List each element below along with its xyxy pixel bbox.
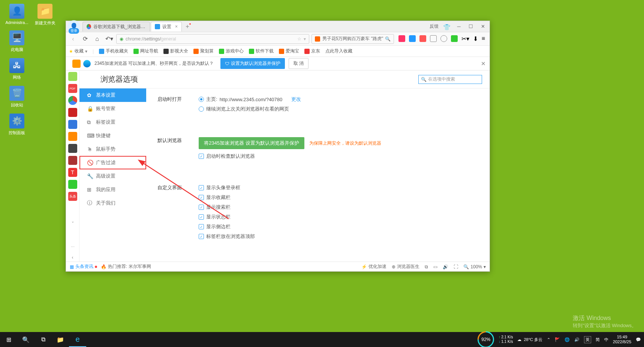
nav-adblock[interactable]: 🚫广告过滤 <box>79 156 146 169</box>
sb-zoom[interactable]: 🔍100%▾ <box>463 264 486 269</box>
new-tab-button[interactable]: + <box>183 22 192 31</box>
minimize-button[interactable]: ─ <box>454 22 464 31</box>
bookmarks-label[interactable]: ★收藏▾ <box>69 48 87 54</box>
nav-shortcuts[interactable]: ⌨快捷键 <box>79 129 146 142</box>
ui-check-2[interactable]: 显示搜索栏 <box>199 204 478 211</box>
rail-dragon-icon[interactable] <box>68 144 77 153</box>
battery-indicator[interactable]: 92% <box>478 331 494 347</box>
reload-button[interactable]: ⟳ <box>80 34 90 44</box>
nav-advanced[interactable]: 🔧高级设置 <box>79 169 146 183</box>
rail-collapse-icon[interactable]: ‹ <box>72 255 73 260</box>
sb-sound-icon[interactable]: 🔊 <box>443 264 448 269</box>
cut-icon[interactable]: ✂▾ <box>461 35 469 42</box>
taskbar-search[interactable]: 🔍 <box>17 332 34 347</box>
tab-settings[interactable]: 设置 × <box>151 22 182 31</box>
ui-check-4[interactable]: 显示侧边栏 <box>199 223 478 230</box>
desktop-icon-admin[interactable]: 👤Administra... <box>4 4 30 25</box>
set-default-green-button[interactable]: 将2345加速浏览器 设置为默认浏览器并保护 <box>199 137 304 149</box>
tray-volume-icon[interactable]: 🔊 <box>574 337 580 342</box>
taskbar-explorer[interactable]: 📁 <box>52 332 69 347</box>
desktop-icon-pc[interactable]: 🖥️此电脑 <box>4 30 30 52</box>
sb-headlines[interactable]: ▦头条资讯 <box>70 263 97 270</box>
rail-iqiyi-icon[interactable] <box>68 180 77 189</box>
nav-about[interactable]: ⓘ关于我们 <box>79 196 146 210</box>
search-icon[interactable]: 🔍 <box>385 36 391 42</box>
download-icon[interactable]: ⬇ <box>473 35 478 42</box>
shop-icon[interactable] <box>398 35 405 42</box>
target-icon[interactable] <box>440 35 447 42</box>
star-icon[interactable]: ☆ <box>297 36 301 42</box>
tray-flag-icon[interactable]: 🚩 <box>555 337 560 342</box>
nav-mouse[interactable]: 🖱鼠标手势 <box>79 142 146 156</box>
rail-dots-icon[interactable]: ⋯ <box>71 245 75 249</box>
settings-search[interactable]: 🔍 在选项中搜索 <box>418 75 482 84</box>
skin-icon[interactable]: 👕 <box>443 24 449 30</box>
ui-check-3[interactable]: 显示状态栏 <box>199 214 478 220</box>
close-button[interactable]: ✕ <box>478 22 488 31</box>
sb-hot[interactable]: 🔥热门推荐:米尔军事网 <box>101 263 151 270</box>
wechat-icon[interactable] <box>451 35 458 42</box>
ui-check-1[interactable]: 显示收藏栏 <box>199 194 478 201</box>
rail-game2-icon[interactable] <box>68 156 77 165</box>
ime-1[interactable]: 英 <box>584 336 591 343</box>
nav-tabs[interactable]: ⧉标签设置 <box>79 115 146 129</box>
maximize-button[interactable]: ☐ <box>466 22 476 31</box>
cancel-button[interactable]: 取 消 <box>289 58 309 69</box>
grid-icon[interactable] <box>430 35 437 42</box>
ui-check-0[interactable]: 显示头像登录框 <box>199 184 478 191</box>
taskbar-browser[interactable]: e <box>69 332 86 347</box>
rail-more-icon[interactable]: ⌄ <box>71 219 74 223</box>
tab-chrome-download[interactable]: 谷歌浏览器下载_浏览器官网入 <box>82 22 150 31</box>
game-icon[interactable] <box>419 35 426 42</box>
bm-jd[interactable]: 京东 <box>304 48 320 54</box>
desktop-icon-folder[interactable]: 📁新建文件夹 <box>32 4 58 26</box>
startup-continue-option[interactable]: 继续浏览上次关闭浏览器时在看的网页 <box>199 106 478 112</box>
home-button[interactable]: ⌂ <box>92 34 102 44</box>
clock[interactable]: 15:49 2022/8/25 <box>613 335 631 344</box>
rail-t-icon[interactable]: T <box>68 168 77 177</box>
avatar-login[interactable]: 👤 登录 <box>67 20 80 33</box>
undo-button[interactable]: ↶▾ <box>104 34 114 44</box>
bm-games[interactable]: 游戏中心 <box>219 48 244 54</box>
sb-optimize[interactable]: ⚡优化加速 <box>361 263 386 270</box>
news-search[interactable]: 男子花5万网购百万豪车 "路虎" 🔍 <box>312 34 394 44</box>
sb-doctor[interactable]: ⊕浏览器医生 <box>392 263 419 270</box>
tray-chevron-icon[interactable]: ⌃ <box>547 337 550 342</box>
bm-import[interactable]: 点此导入收藏 <box>325 48 352 54</box>
start-button[interactable]: ⊞ <box>0 332 17 347</box>
back-button[interactable]: ‹ <box>68 34 78 44</box>
nav-apps[interactable]: ⊞我的应用 <box>79 183 146 196</box>
ui-check-5[interactable]: 标签栏放在浏览器顶部 <box>199 233 478 240</box>
dropdown-icon[interactable]: ▾ <box>304 36 306 42</box>
desktop-icon-recycle[interactable]: 🗑️回收站 <box>4 86 30 108</box>
sb-fullscreen-icon[interactable]: ⛶ <box>454 264 458 269</box>
desktop-icon-control-panel[interactable]: ⚙️控制面板 <box>4 114 30 136</box>
rail-toutiao-icon[interactable]: 头条 <box>68 192 77 201</box>
sb-video-icon[interactable]: ▭ <box>433 264 437 269</box>
tray-network-icon[interactable]: 🌐 <box>565 337 570 342</box>
change-link[interactable]: 更改 <box>291 96 301 103</box>
rail-doc-icon[interactable] <box>68 120 77 129</box>
rail-east-icon[interactable] <box>68 108 77 117</box>
translate-icon[interactable] <box>409 35 416 42</box>
address-bar[interactable]: ◉ chrome://settings/general ☆ ▾ <box>116 34 309 44</box>
notif-close-icon[interactable]: ✕ <box>481 60 486 67</box>
startup-home-option[interactable]: 主页: http://www.2345.com/?40780 更改 <box>199 96 478 103</box>
nav-basic[interactable]: ✿基本设置 <box>79 88 146 102</box>
rail-cal-icon[interactable] <box>68 132 77 141</box>
ime-2[interactable]: 简 <box>596 337 600 343</box>
rail-clock-icon[interactable] <box>68 72 77 81</box>
rail-pdf-icon[interactable]: PDF <box>68 84 77 93</box>
bm-nav[interactable]: 网址导航 <box>133 48 158 54</box>
bm-mobile[interactable]: 手机收藏夹 <box>99 48 128 54</box>
weather[interactable]: ☁28°C 多云 <box>517 337 542 343</box>
bm-taobao[interactable]: 爱淘宝 <box>279 48 299 54</box>
menu-icon[interactable]: ≡ <box>482 35 485 42</box>
bm-software[interactable]: 软件下载 <box>249 48 274 54</box>
bm-video[interactable]: 影视大全 <box>163 48 188 54</box>
task-view[interactable]: ⧉ <box>34 332 52 347</box>
notifications-icon[interactable]: 💬 <box>636 337 641 342</box>
feedback-link[interactable]: 反馈 <box>430 23 439 30</box>
nav-account[interactable]: 🔒账号管家 <box>79 102 146 115</box>
desktop-icon-network[interactable]: 🖧网络 <box>4 58 30 80</box>
